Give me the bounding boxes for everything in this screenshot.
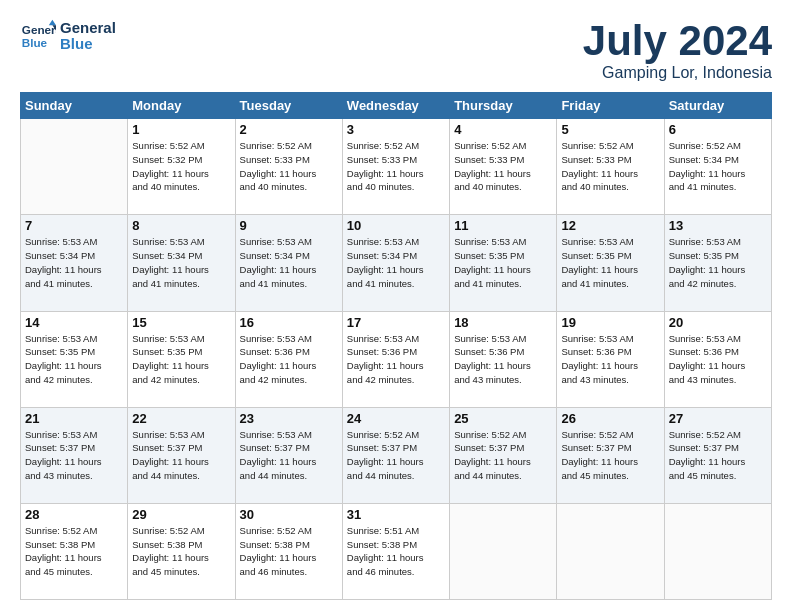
day-info: Sunrise: 5:52 AM Sunset: 5:34 PM Dayligh… [669,139,767,194]
calendar-day-2: 2Sunrise: 5:52 AM Sunset: 5:33 PM Daylig… [235,119,342,215]
day-info: Sunrise: 5:52 AM Sunset: 5:33 PM Dayligh… [561,139,659,194]
day-info: Sunrise: 5:53 AM Sunset: 5:34 PM Dayligh… [132,235,230,290]
day-number: 13 [669,218,767,233]
day-number: 21 [25,411,123,426]
day-info: Sunrise: 5:53 AM Sunset: 5:36 PM Dayligh… [561,332,659,387]
day-info: Sunrise: 5:53 AM Sunset: 5:35 PM Dayligh… [454,235,552,290]
day-info: Sunrise: 5:53 AM Sunset: 5:36 PM Dayligh… [454,332,552,387]
day-number: 2 [240,122,338,137]
page: General Blue General Blue July 2024 Gamp… [0,0,792,612]
day-number: 9 [240,218,338,233]
day-number: 28 [25,507,123,522]
title-block: July 2024 Gamping Lor, Indonesia [583,18,772,82]
day-info: Sunrise: 5:52 AM Sunset: 5:32 PM Dayligh… [132,139,230,194]
calendar-day-22: 22Sunrise: 5:53 AM Sunset: 5:37 PM Dayli… [128,407,235,503]
logo-icon: General Blue [20,18,56,54]
calendar-table: SundayMondayTuesdayWednesdayThursdayFrid… [20,92,772,600]
day-number: 27 [669,411,767,426]
calendar-day-12: 12Sunrise: 5:53 AM Sunset: 5:35 PM Dayli… [557,215,664,311]
calendar-day-13: 13Sunrise: 5:53 AM Sunset: 5:35 PM Dayli… [664,215,771,311]
day-number: 29 [132,507,230,522]
day-number: 14 [25,315,123,330]
col-header-sunday: Sunday [21,93,128,119]
col-header-friday: Friday [557,93,664,119]
calendar-day-17: 17Sunrise: 5:53 AM Sunset: 5:36 PM Dayli… [342,311,449,407]
col-header-thursday: Thursday [450,93,557,119]
day-info: Sunrise: 5:53 AM Sunset: 5:35 PM Dayligh… [669,235,767,290]
calendar-day-1: 1Sunrise: 5:52 AM Sunset: 5:32 PM Daylig… [128,119,235,215]
day-info: Sunrise: 5:53 AM Sunset: 5:35 PM Dayligh… [561,235,659,290]
day-number: 31 [347,507,445,522]
day-number: 15 [132,315,230,330]
calendar-day-25: 25Sunrise: 5:52 AM Sunset: 5:37 PM Dayli… [450,407,557,503]
calendar-day-19: 19Sunrise: 5:53 AM Sunset: 5:36 PM Dayli… [557,311,664,407]
day-info: Sunrise: 5:52 AM Sunset: 5:33 PM Dayligh… [347,139,445,194]
day-info: Sunrise: 5:52 AM Sunset: 5:33 PM Dayligh… [454,139,552,194]
svg-text:Blue: Blue [22,36,48,49]
col-header-saturday: Saturday [664,93,771,119]
day-number: 22 [132,411,230,426]
day-info: Sunrise: 5:52 AM Sunset: 5:37 PM Dayligh… [561,428,659,483]
day-info: Sunrise: 5:52 AM Sunset: 5:37 PM Dayligh… [347,428,445,483]
calendar-day-29: 29Sunrise: 5:52 AM Sunset: 5:38 PM Dayli… [128,503,235,599]
calendar-day-15: 15Sunrise: 5:53 AM Sunset: 5:35 PM Dayli… [128,311,235,407]
calendar-day-9: 9Sunrise: 5:53 AM Sunset: 5:34 PM Daylig… [235,215,342,311]
day-of-week-header-row: SundayMondayTuesdayWednesdayThursdayFrid… [21,93,772,119]
day-number: 5 [561,122,659,137]
calendar-day-26: 26Sunrise: 5:52 AM Sunset: 5:37 PM Dayli… [557,407,664,503]
day-info: Sunrise: 5:53 AM Sunset: 5:37 PM Dayligh… [132,428,230,483]
day-number: 1 [132,122,230,137]
calendar-day-10: 10Sunrise: 5:53 AM Sunset: 5:34 PM Dayli… [342,215,449,311]
header: General Blue General Blue July 2024 Gamp… [20,18,772,82]
main-title: July 2024 [583,18,772,64]
calendar-day-28: 28Sunrise: 5:52 AM Sunset: 5:38 PM Dayli… [21,503,128,599]
calendar-day-30: 30Sunrise: 5:52 AM Sunset: 5:38 PM Dayli… [235,503,342,599]
logo: General Blue General Blue [20,18,116,54]
day-info: Sunrise: 5:53 AM Sunset: 5:34 PM Dayligh… [347,235,445,290]
day-info: Sunrise: 5:52 AM Sunset: 5:38 PM Dayligh… [25,524,123,579]
day-info: Sunrise: 5:52 AM Sunset: 5:38 PM Dayligh… [240,524,338,579]
day-info: Sunrise: 5:51 AM Sunset: 5:38 PM Dayligh… [347,524,445,579]
day-number: 25 [454,411,552,426]
calendar-day-21: 21Sunrise: 5:53 AM Sunset: 5:37 PM Dayli… [21,407,128,503]
calendar-day-31: 31Sunrise: 5:51 AM Sunset: 5:38 PM Dayli… [342,503,449,599]
logo-blue: Blue [60,36,116,53]
calendar-day-7: 7Sunrise: 5:53 AM Sunset: 5:34 PM Daylig… [21,215,128,311]
calendar-week-row: 14Sunrise: 5:53 AM Sunset: 5:35 PM Dayli… [21,311,772,407]
day-number: 10 [347,218,445,233]
day-number: 16 [240,315,338,330]
day-info: Sunrise: 5:52 AM Sunset: 5:37 PM Dayligh… [454,428,552,483]
day-info: Sunrise: 5:53 AM Sunset: 5:36 PM Dayligh… [669,332,767,387]
calendar-day-empty [21,119,128,215]
calendar-day-16: 16Sunrise: 5:53 AM Sunset: 5:36 PM Dayli… [235,311,342,407]
calendar-day-4: 4Sunrise: 5:52 AM Sunset: 5:33 PM Daylig… [450,119,557,215]
calendar-week-row: 21Sunrise: 5:53 AM Sunset: 5:37 PM Dayli… [21,407,772,503]
day-info: Sunrise: 5:52 AM Sunset: 5:33 PM Dayligh… [240,139,338,194]
day-number: 4 [454,122,552,137]
calendar-day-5: 5Sunrise: 5:52 AM Sunset: 5:33 PM Daylig… [557,119,664,215]
day-info: Sunrise: 5:53 AM Sunset: 5:37 PM Dayligh… [25,428,123,483]
col-header-wednesday: Wednesday [342,93,449,119]
calendar-day-18: 18Sunrise: 5:53 AM Sunset: 5:36 PM Dayli… [450,311,557,407]
calendar-day-empty [450,503,557,599]
day-number: 30 [240,507,338,522]
day-number: 26 [561,411,659,426]
day-info: Sunrise: 5:53 AM Sunset: 5:34 PM Dayligh… [25,235,123,290]
calendar-day-empty [557,503,664,599]
day-number: 6 [669,122,767,137]
day-info: Sunrise: 5:53 AM Sunset: 5:35 PM Dayligh… [132,332,230,387]
day-number: 19 [561,315,659,330]
day-info: Sunrise: 5:53 AM Sunset: 5:36 PM Dayligh… [347,332,445,387]
day-number: 11 [454,218,552,233]
day-info: Sunrise: 5:53 AM Sunset: 5:36 PM Dayligh… [240,332,338,387]
calendar-week-row: 7Sunrise: 5:53 AM Sunset: 5:34 PM Daylig… [21,215,772,311]
logo-general: General [60,20,116,37]
calendar-day-20: 20Sunrise: 5:53 AM Sunset: 5:36 PM Dayli… [664,311,771,407]
calendar-day-11: 11Sunrise: 5:53 AM Sunset: 5:35 PM Dayli… [450,215,557,311]
calendar-day-empty [664,503,771,599]
calendar-week-row: 28Sunrise: 5:52 AM Sunset: 5:38 PM Dayli… [21,503,772,599]
calendar-day-23: 23Sunrise: 5:53 AM Sunset: 5:37 PM Dayli… [235,407,342,503]
day-number: 8 [132,218,230,233]
day-number: 7 [25,218,123,233]
calendar-day-14: 14Sunrise: 5:53 AM Sunset: 5:35 PM Dayli… [21,311,128,407]
